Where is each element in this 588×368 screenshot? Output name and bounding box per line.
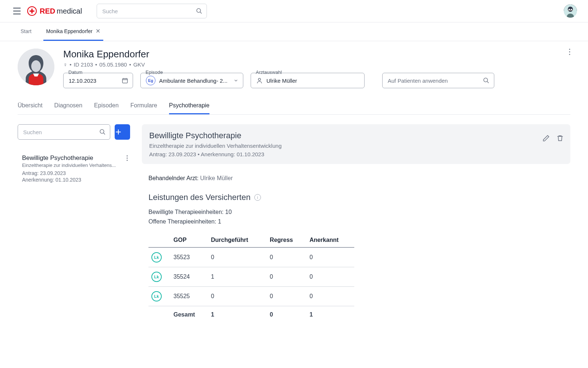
patient-name: Monika Eppendorfer bbox=[63, 49, 570, 60]
cell-anerkannt: 0 bbox=[306, 247, 354, 267]
datum-field[interactable]: 12.10.2023 bbox=[63, 73, 133, 88]
lk-badge-icon[interactable]: Lk bbox=[151, 252, 162, 262]
tab-patient-label: Monika Eppendorfer bbox=[46, 28, 93, 34]
services-heading: Leistungen des Versicherten i bbox=[148, 193, 564, 202]
delete-button[interactable] bbox=[556, 135, 564, 142]
cell-durch: 1 bbox=[208, 267, 267, 287]
patient-apply-field[interactable]: Auf Patienten anwenden bbox=[382, 73, 494, 88]
global-search bbox=[97, 4, 207, 18]
cell-anerkannt: 0 bbox=[306, 267, 354, 287]
episode-field[interactable]: Eg Ambulante Behandlung- 2... bbox=[140, 73, 243, 88]
calendar-icon bbox=[122, 77, 128, 84]
sidebar-search-input[interactable] bbox=[18, 124, 110, 140]
svg-point-10 bbox=[258, 78, 261, 81]
cell-anerkannt: 0 bbox=[306, 287, 354, 306]
footer-label: Gesamt bbox=[171, 306, 208, 323]
table-row: Lk 35525 0 0 0 bbox=[148, 287, 354, 306]
detail-subtitle: Einzeltherapie zur individuellen Verhalt… bbox=[149, 143, 563, 149]
sidebar-search bbox=[18, 124, 110, 140]
doctor-row: Behandelnder Arzt: Ulrike Müller bbox=[148, 175, 564, 182]
patient-dob: 05.05.1980 bbox=[99, 61, 127, 68]
menu-button[interactable] bbox=[11, 6, 23, 16]
info-icon[interactable]: i bbox=[254, 194, 261, 201]
edit-button[interactable] bbox=[542, 135, 550, 142]
global-search-input[interactable] bbox=[97, 4, 207, 18]
open-units: Offene Therapieeinheiten: 1 bbox=[148, 218, 564, 225]
services-table: GOP Durchgeführt Regress Anerkannt Lk 35… bbox=[148, 233, 354, 322]
footer-durch: 1 bbox=[208, 306, 267, 323]
detail-card: Bewilligte Psychotherapie Einzeltherapie… bbox=[142, 124, 570, 164]
brand-logo: RED medical bbox=[27, 6, 82, 16]
sidebar-item-antrag: Antrag: 23.09.2023 bbox=[22, 170, 127, 176]
footer-regress: 0 bbox=[267, 306, 306, 323]
episode-badge-icon: Eg bbox=[146, 76, 155, 85]
footer-anerkannt: 1 bbox=[306, 306, 354, 323]
svg-rect-9 bbox=[122, 79, 128, 83]
table-row: Lk 35524 1 0 0 bbox=[148, 267, 354, 287]
tab-formulare[interactable]: Formulare bbox=[130, 98, 157, 114]
svg-point-12 bbox=[569, 49, 570, 50]
svg-point-17 bbox=[127, 158, 128, 159]
sidebar-item-more-button[interactable] bbox=[126, 155, 128, 161]
col-anerkannt: Anerkannt bbox=[306, 233, 354, 247]
plus-icon bbox=[115, 128, 122, 136]
add-button[interactable] bbox=[115, 124, 130, 140]
cell-durch: 0 bbox=[208, 247, 267, 267]
tab-episoden[interactable]: Episoden bbox=[94, 98, 119, 114]
col-durch: Durchgeführt bbox=[208, 233, 267, 247]
services-heading-label: Leistungen des Versicherten bbox=[148, 193, 251, 202]
patient-insurance: GKV bbox=[133, 61, 145, 68]
cell-durch: 0 bbox=[208, 287, 267, 306]
tab-patient[interactable]: Monika Eppendorfer ✕ bbox=[43, 22, 103, 41]
col-gop: GOP bbox=[171, 233, 208, 247]
episode-value: Ambulante Behandlung- 2... bbox=[159, 78, 227, 84]
detail-title: Bewilligte Psychotherapie bbox=[149, 131, 563, 140]
patient-sub-tabs: Übersicht Diagnosen Episoden Formulare P… bbox=[18, 98, 570, 115]
patient-id: ID 2103 bbox=[74, 61, 93, 68]
doctor-value: Ulrike Müller bbox=[200, 175, 233, 181]
approved-units: Bewilligte Therapieeinheiten: 10 bbox=[148, 209, 564, 215]
tab-start[interactable]: Start bbox=[18, 22, 35, 41]
cell-gop: 35524 bbox=[171, 267, 208, 287]
datum-value: 12.10.2023 bbox=[69, 78, 96, 84]
tab-psychotherapie[interactable]: Psychotherapie bbox=[169, 98, 209, 114]
cell-gop: 35523 bbox=[171, 247, 208, 267]
cell-gop: 35525 bbox=[171, 287, 208, 306]
svg-point-11 bbox=[484, 78, 488, 82]
tab-diagnosen[interactable]: Diagnosen bbox=[54, 98, 83, 114]
lk-badge-icon[interactable]: Lk bbox=[151, 272, 162, 282]
hamburger-icon bbox=[13, 8, 21, 14]
page-tabs: Start Monika Eppendorfer ✕ bbox=[0, 22, 588, 41]
svg-point-15 bbox=[100, 129, 104, 133]
logo-icon bbox=[27, 6, 37, 16]
cell-regress: 0 bbox=[267, 247, 306, 267]
search-icon bbox=[483, 77, 490, 84]
cell-regress: 0 bbox=[267, 287, 306, 306]
sidebar-item-therapy[interactable]: Bewilligte Psychotherapie Einzeltherapie… bbox=[18, 149, 130, 183]
svg-point-14 bbox=[569, 54, 570, 55]
svg-point-18 bbox=[127, 160, 128, 161]
sidebar-item-anerk: Anerkennung: 01.10.2023 bbox=[22, 177, 127, 183]
gender-icon: ♀ bbox=[63, 61, 67, 68]
more-options-button[interactable] bbox=[569, 49, 570, 55]
trash-icon bbox=[556, 135, 564, 142]
cell-regress: 0 bbox=[267, 267, 306, 287]
search-icon bbox=[99, 129, 106, 135]
close-icon[interactable]: ✕ bbox=[96, 28, 100, 35]
app-header: RED medical bbox=[0, 0, 588, 22]
lk-badge-icon[interactable]: Lk bbox=[151, 291, 162, 301]
main-content: Bewilligte Psychotherapie Einzeltherapie… bbox=[142, 124, 570, 322]
user-avatar[interactable] bbox=[564, 4, 577, 18]
table-row: Lk 35523 0 0 0 bbox=[148, 247, 354, 267]
search-icon bbox=[196, 8, 202, 14]
logo-text-red: RED bbox=[40, 7, 55, 15]
tab-uebersicht[interactable]: Übersicht bbox=[18, 98, 43, 114]
patient-apply-placeholder: Auf Patienten anwenden bbox=[388, 78, 448, 84]
chevron-down-icon bbox=[233, 78, 239, 83]
arzt-field[interactable]: Ulrike Müller bbox=[251, 73, 365, 88]
detail-meta: Antrag: 23.09.2023 • Anerkennung: 01.10.… bbox=[149, 151, 563, 157]
sidebar-item-title: Bewilligte Psychotherapie bbox=[22, 154, 127, 162]
patient-header: Monika Eppendorfer ♀ • ID 2103 • 05.05.1… bbox=[18, 49, 570, 88]
col-regress: Regress bbox=[267, 233, 306, 247]
svg-point-5 bbox=[569, 9, 570, 11]
